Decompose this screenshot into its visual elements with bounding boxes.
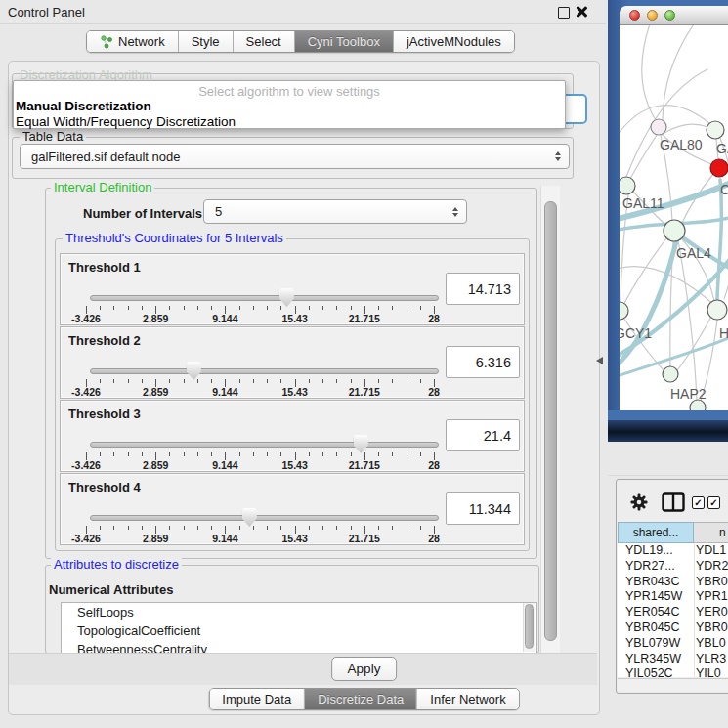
split-columns-icon[interactable] <box>662 492 685 512</box>
bottom-tab-discretize-data[interactable]: Discretize Data <box>305 689 417 709</box>
table-row[interactable]: YLR345WYLR3 <box>618 652 728 667</box>
attribute-list-item[interactable]: TopologicalCoefficient <box>62 621 536 640</box>
tick-mark <box>267 306 268 310</box>
table-row[interactable]: YBR043CYBR0 <box>618 575 728 590</box>
float-window-icon[interactable] <box>558 7 570 19</box>
popup-option-equal[interactable]: Equal Width/Frequency Discretization <box>14 114 565 130</box>
network-edge[interactable] <box>663 25 712 120</box>
tick-label: 2.859 <box>143 533 168 544</box>
network-node[interactable] <box>707 300 727 320</box>
tick-label: 21.715 <box>349 313 380 324</box>
network-window-titlebar[interactable] <box>620 6 728 25</box>
tab-network[interactable]: Network <box>87 31 179 52</box>
slider-track[interactable] <box>90 295 439 301</box>
tick-mark <box>100 452 101 456</box>
slider-track[interactable] <box>90 368 439 374</box>
bottom-tab-impute-data[interactable]: Impute Data <box>209 689 305 709</box>
tick-mark <box>336 452 337 456</box>
slider-thumb[interactable] <box>187 362 201 380</box>
threshold-value-field[interactable]: 6.316 <box>446 346 520 378</box>
numerical-attributes-list[interactable]: SelfLoopsTopologicalCoefficientBetweenne… <box>61 602 537 655</box>
tick-mark <box>336 526 337 530</box>
network-node[interactable] <box>710 159 728 177</box>
attribute-list-item[interactable]: SelfLoops <box>62 603 536 621</box>
tick-mark <box>169 452 170 456</box>
checkbox-icon[interactable]: ✓ <box>707 496 720 509</box>
network-node[interactable] <box>620 302 628 320</box>
minimize-traffic-light-icon[interactable] <box>647 10 658 21</box>
threshold-value-field[interactable]: 14.713 <box>446 273 520 305</box>
table-row[interactable]: YIL052CYIL0 <box>618 666 728 677</box>
attributes-list-scrollbar[interactable] <box>523 603 535 652</box>
checkbox-icon[interactable]: ✓ <box>692 496 705 509</box>
tick-mark <box>169 306 170 310</box>
algorithm-popup: Select algorithm to view settings Manual… <box>13 80 566 129</box>
slider-thumb[interactable] <box>279 288 294 307</box>
tick-label: 15.43 <box>281 386 307 398</box>
threshold-panel: Threshold 4 -3.4262.8599.14415.4321.7152… <box>60 473 525 545</box>
table-row[interactable]: YDL19...YDL1 <box>618 543 728 559</box>
threshold-value-field[interactable]: 11.344 <box>446 492 520 525</box>
tick-mark <box>197 379 198 383</box>
table-body[interactable]: YDL19...YDL1YDR27...YDR2YBR043CYBR0YPR14… <box>618 543 728 677</box>
tab-label: jActiveMNodules <box>407 34 501 49</box>
table-column-header-shared[interactable]: shared... <box>618 522 694 543</box>
network-edge[interactable] <box>664 124 707 133</box>
tab-label: Discretize Data <box>318 692 404 707</box>
table-row[interactable]: YER054CYER0 <box>618 605 728 621</box>
panel-scrollbar[interactable] <box>540 186 560 680</box>
gear-icon[interactable] <box>630 493 648 511</box>
table-cell: YDR27... <box>625 559 675 575</box>
network-node[interactable] <box>664 220 685 241</box>
tick-mark <box>336 379 337 383</box>
network-edge[interactable] <box>717 180 721 299</box>
table-row[interactable]: YBL079WYBL0 <box>618 636 728 652</box>
tick-mark <box>239 452 240 456</box>
table-horizontal-scrollbar[interactable] <box>618 678 728 691</box>
tab-cyni-toolbox[interactable]: Cyni Toolbox <box>295 31 394 52</box>
threshold-value-field[interactable]: 21.4 <box>446 419 520 451</box>
tick-mark <box>113 452 114 456</box>
network-node[interactable] <box>651 119 666 135</box>
tick-mark <box>142 379 143 383</box>
slider-thumb[interactable] <box>354 435 368 453</box>
tab-label: Style <box>192 34 220 49</box>
popup-options: Manual DiscretizationEqual Width/Frequen… <box>14 99 565 129</box>
close-icon[interactable] <box>576 6 587 18</box>
bottom-tab-infer-network[interactable]: Infer Network <box>417 689 518 709</box>
table-data-label: Table Data <box>20 130 86 143</box>
apply-button[interactable]: Apply <box>331 657 398 681</box>
tick-mark <box>211 452 212 456</box>
table-cell: YDL19... <box>625 543 673 559</box>
table-row[interactable]: YBR045CYBR0 <box>618 621 728 636</box>
tick-mark <box>184 452 185 456</box>
slider-track[interactable] <box>90 442 439 448</box>
tab-jactivemnodules[interactable]: jActiveMNodules <box>394 31 514 52</box>
tick-mark <box>211 379 212 383</box>
tab-style[interactable]: Style <box>179 31 234 52</box>
close-traffic-light-icon[interactable] <box>629 10 640 21</box>
tab-select[interactable]: Select <box>234 31 295 52</box>
zoom-traffic-light-icon[interactable] <box>664 10 675 21</box>
tick-label: 9.144 <box>212 313 237 324</box>
tick-mark <box>239 306 240 310</box>
tick-mark <box>322 452 323 456</box>
table-panel-titlebar: Table Panel <box>608 442 728 476</box>
network-node[interactable] <box>663 366 678 382</box>
tick-label: 28 <box>428 386 440 398</box>
network-node[interactable] <box>707 121 724 139</box>
tick-mark <box>309 306 310 310</box>
table-row[interactable]: YPR145WYPR1 <box>618 589 728 605</box>
network-edge[interactable] <box>678 240 697 401</box>
slider-thumb[interactable] <box>242 508 257 527</box>
number-of-intervals-combo[interactable]: 5 <box>203 199 467 224</box>
table-row[interactable]: YDR27...YDR2 <box>618 559 728 575</box>
table-data-combo[interactable]: galFiltered.sif default node <box>20 144 570 169</box>
table-column-header-name[interactable]: n <box>694 522 728 543</box>
network-canvas[interactable]: GAL80GACGAL11GAL4GCY1HHAP2 <box>620 25 728 410</box>
slider-track[interactable] <box>90 515 439 521</box>
popup-option-manual[interactable]: Manual Discretization <box>14 99 565 114</box>
tick-label: -3.426 <box>71 386 101 398</box>
network-edge[interactable] <box>642 25 657 120</box>
network-node[interactable] <box>620 177 635 194</box>
